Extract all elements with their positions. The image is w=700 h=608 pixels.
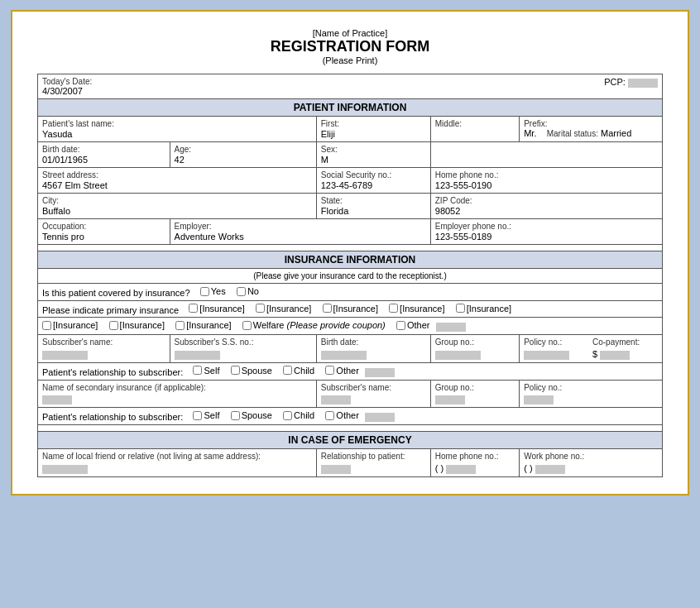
policy-no2-label: Policy no.: bbox=[524, 383, 658, 392]
self2-checkbox[interactable] bbox=[193, 411, 202, 420]
patient-info-header-row: PATIENT INFORMATION bbox=[38, 99, 663, 117]
other3-checkbox[interactable] bbox=[325, 411, 334, 420]
emergency-rel-label: Relationship to patient: bbox=[321, 452, 426, 461]
ins-chk-5[interactable] bbox=[456, 304, 465, 313]
employer-phone-label: Employer phone no.: bbox=[435, 222, 658, 231]
patient-info-header: PATIENT INFORMATION bbox=[38, 99, 663, 117]
policy-no-label: Policy no.: bbox=[524, 338, 588, 347]
other2-checkbox-item[interactable]: Other bbox=[325, 366, 359, 376]
spouse-checkbox-item[interactable]: Spouse bbox=[231, 366, 272, 376]
insurance-opt-2[interactable]: [Insurance] bbox=[256, 304, 311, 314]
ins-chk-2[interactable] bbox=[256, 304, 265, 313]
subscriber-ss-label: Subscriber's S.S. no.: bbox=[175, 338, 312, 347]
no-checkbox-item[interactable]: No bbox=[237, 286, 259, 296]
welfare-checkbox-item[interactable]: Welfare (Please provide coupon) bbox=[242, 320, 386, 330]
insurance-opt-7[interactable]: [Insurance] bbox=[109, 320, 165, 330]
city-row: City: Buffalo State: Florida ZIP Code: 9… bbox=[38, 194, 663, 219]
copay-label: Co-payment: bbox=[592, 338, 658, 347]
copay-box bbox=[600, 351, 630, 360]
covered-row: Is this patient covered by insurance? Ye… bbox=[38, 284, 663, 301]
relationship-label: Patient's relationship to subscriber: bbox=[42, 366, 183, 376]
emergency-name-box bbox=[42, 465, 88, 474]
age-value: 42 bbox=[175, 155, 312, 165]
group-no-label: Group no.: bbox=[435, 338, 515, 347]
birth-value: 01/01/1965 bbox=[42, 155, 165, 165]
last-name-label: Patient's last name: bbox=[42, 119, 312, 128]
yes-checkbox-item[interactable]: Yes bbox=[200, 286, 226, 296]
no-label: No bbox=[247, 286, 259, 296]
self-checkbox[interactable] bbox=[193, 366, 202, 375]
no-checkbox[interactable] bbox=[237, 287, 246, 296]
spouse-checkbox[interactable] bbox=[231, 366, 240, 375]
street-value: 4567 Elm Street bbox=[42, 180, 312, 190]
emergency-header: IN CASE OF EMERGENCY bbox=[38, 432, 663, 449]
emergency-work-label: Work phone no.: bbox=[524, 452, 658, 461]
employer-phone-value: 123-555-0189 bbox=[435, 232, 658, 242]
other2-checkbox[interactable] bbox=[325, 366, 334, 375]
other2-value-box bbox=[365, 368, 395, 377]
relationship-row1: Patient's relationship to subscriber: Se… bbox=[38, 362, 663, 380]
birth-label: Birth date: bbox=[42, 145, 165, 154]
insurance-opt-1[interactable]: [Insurance] bbox=[189, 304, 244, 314]
home-phone-label: Home phone no.: bbox=[435, 170, 658, 180]
child-checkbox-item[interactable]: Child bbox=[283, 366, 314, 376]
welfare-label: Welfare bbox=[253, 320, 285, 330]
insurance-opt-5[interactable]: [Insurance] bbox=[456, 304, 511, 314]
sex-value: M bbox=[321, 155, 426, 165]
welfare-checkbox[interactable] bbox=[242, 321, 252, 330]
employer-label: Employer: bbox=[175, 222, 426, 231]
other-checkbox-item[interactable]: Other bbox=[396, 320, 430, 330]
pcp-value bbox=[628, 79, 658, 88]
spouse2-checkbox-item[interactable]: Spouse bbox=[231, 410, 272, 420]
insurance-opt-4[interactable]: [Insurance] bbox=[389, 304, 444, 314]
city-value: Buffalo bbox=[42, 206, 312, 216]
insurance-header: INSURANCE INFORMATION bbox=[38, 251, 663, 269]
primary-insurance-row: Please indicate primary insurance [Insur… bbox=[38, 300, 663, 318]
other3-label: Other bbox=[336, 410, 359, 420]
ins-chk-6[interactable] bbox=[42, 321, 51, 330]
emergency-work-format: ( ) bbox=[524, 463, 532, 473]
child2-checkbox-item[interactable]: Child bbox=[283, 410, 314, 420]
spacer-row2 bbox=[38, 425, 663, 432]
top-row: Today's Date: 4/30/2007 PCP: bbox=[38, 74, 663, 99]
insurance-opt-3[interactable]: [Insurance] bbox=[323, 304, 378, 314]
ins-birth-label: Birth date: bbox=[321, 338, 426, 347]
employer-value: Adventure Works bbox=[175, 232, 426, 242]
ins-chk-8[interactable] bbox=[175, 321, 185, 330]
ins-chk-4[interactable] bbox=[389, 304, 398, 313]
policy-no-box bbox=[524, 351, 569, 360]
occupation-value: Tennis pro bbox=[42, 232, 165, 242]
other3-checkbox-item[interactable]: Other bbox=[325, 410, 359, 420]
insurance-opt-8[interactable]: [Insurance] bbox=[175, 320, 231, 330]
child2-checkbox[interactable] bbox=[283, 411, 292, 420]
other-checkbox[interactable] bbox=[396, 321, 405, 330]
state-value: Florida bbox=[321, 206, 426, 216]
ins-chk-3[interactable] bbox=[323, 304, 332, 313]
first-value: Eliji bbox=[321, 129, 426, 139]
secondary-box bbox=[42, 395, 72, 405]
emergency-row: Name of local friend or relative (not li… bbox=[38, 449, 663, 477]
home-phone-value: 123-555-0190 bbox=[435, 180, 658, 190]
self-checkbox-item[interactable]: Self bbox=[193, 366, 219, 376]
insurance-opt-6[interactable]: [Insurance] bbox=[42, 320, 98, 330]
policy-no2-box bbox=[524, 395, 554, 405]
marital-value: Married bbox=[601, 128, 631, 138]
occupation-row: Occupation: Tennis pro Employer: Adventu… bbox=[38, 219, 663, 245]
sex-label: Sex: bbox=[321, 145, 426, 154]
ins-chk-7[interactable] bbox=[109, 321, 118, 330]
group-no-box bbox=[435, 351, 481, 360]
age-label: Age: bbox=[175, 145, 312, 154]
self2-checkbox-item[interactable]: Self bbox=[193, 410, 219, 420]
ins-chk-1[interactable] bbox=[189, 304, 198, 313]
prefix-label: Prefix: bbox=[524, 119, 658, 128]
copay-prefix: $ bbox=[592, 349, 597, 359]
child-checkbox[interactable] bbox=[283, 366, 292, 375]
subscriber-ss-box bbox=[175, 351, 220, 360]
other-value-box bbox=[436, 323, 466, 332]
birth-row: Birth date: 01/01/1965 Age: 42 Sex: M bbox=[38, 142, 663, 168]
spouse2-checkbox[interactable] bbox=[231, 411, 240, 420]
yes-checkbox[interactable] bbox=[200, 287, 209, 296]
subscriber-name-box bbox=[42, 351, 88, 360]
zip-label: ZIP Code: bbox=[435, 196, 658, 205]
insurance-subheader: (Please give your insurance card to the … bbox=[38, 269, 663, 284]
